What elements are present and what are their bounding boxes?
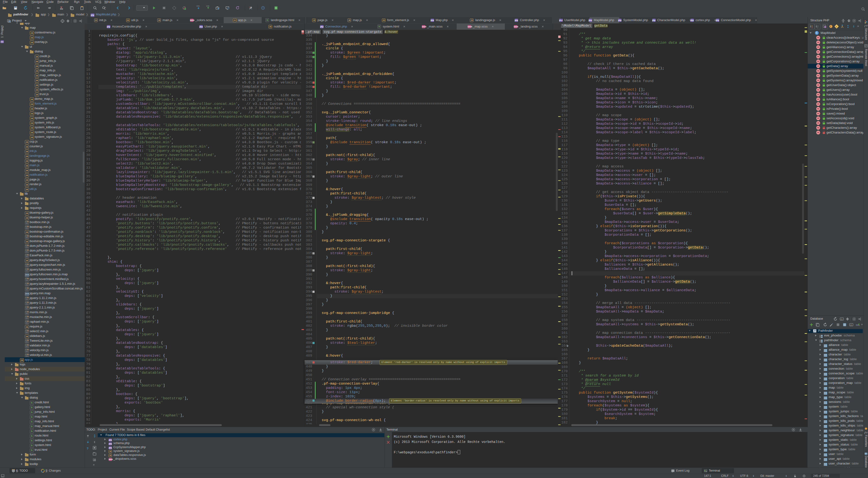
svg-text:VCS: VCS <box>206 5 209 7</box>
svg-text:QL: QL <box>840 318 843 320</box>
svg-text:VCS: VCS <box>196 5 199 7</box>
svg-text:?: ? <box>262 7 264 9</box>
svg-text:f: f <box>830 25 831 28</box>
svg-text:A: A <box>104 6 106 8</box>
svg-text:QL: QL <box>850 324 852 326</box>
svg-text:c: c <box>836 25 837 28</box>
